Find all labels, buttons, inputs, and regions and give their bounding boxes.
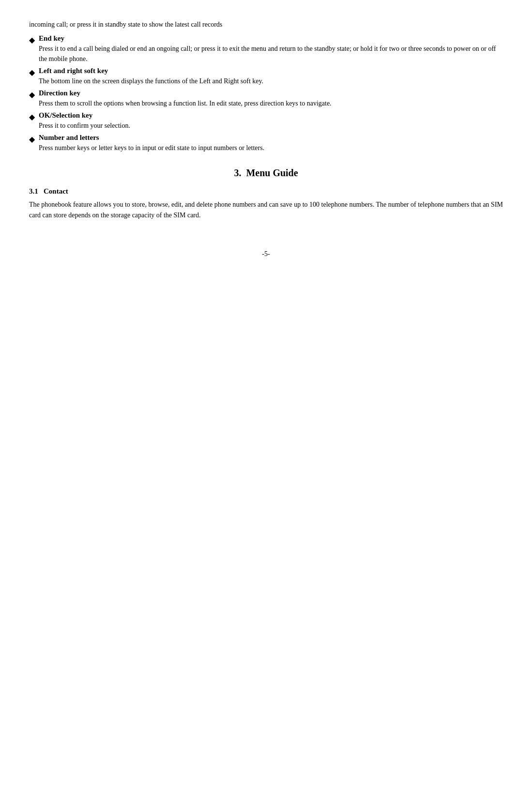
section3-heading: 3. Menu Guide (29, 167, 503, 179)
bullet-left-right-content: Left and right soft key The bottom line … (39, 67, 503, 86)
subsection-31-number: 3.1 (29, 187, 38, 195)
number-letters-description: Press number keys or letter keys to in i… (39, 143, 503, 153)
end-key-title: End key (39, 34, 64, 42)
direction-key-description: Press them to scroll the options when br… (39, 98, 503, 108)
section3-title: Menu Guide (246, 167, 298, 178)
bullet-direction-key-content: Direction key Press them to scroll the o… (39, 89, 503, 108)
bullet-ok-selection-key: ◆ OK/Selection key Press it to confirm y… (29, 111, 503, 131)
direction-key-title: Direction key (39, 89, 80, 97)
page-footer: -5- (29, 250, 503, 258)
bullet-left-right-soft-key: ◆ Left and right soft key The bottom lin… (29, 67, 503, 86)
contact-body-text: The phonebook feature allows you to stor… (29, 199, 503, 221)
left-right-soft-key-description: The bottom line on the screen displays t… (39, 76, 503, 86)
bullet-diamond-icon-5: ◆ (29, 135, 35, 144)
bullet-direction-key: ◆ Direction key Press them to scroll the… (29, 89, 503, 108)
ok-selection-key-description: Press it to confirm your selection. (39, 121, 503, 131)
intro-text: incoming call; or press it in standby st… (29, 19, 503, 30)
number-letters-title: Number and letters (39, 134, 99, 141)
bullet-diamond-icon-4: ◆ (29, 112, 35, 121)
bullet-number-letters: ◆ Number and letters Press number keys o… (29, 134, 503, 153)
bullet-end-key: ◆ End key Press it to end a call being d… (29, 34, 503, 64)
bullet-diamond-icon-2: ◆ (29, 68, 35, 77)
page-number: -5- (262, 250, 270, 258)
bullet-diamond-icon-3: ◆ (29, 90, 35, 99)
bullet-end-key-content: End key Press it to end a call being dia… (39, 34, 503, 64)
subsection-31-heading: 3.1 Contact (29, 187, 503, 196)
end-key-description: Press it to end a call being dialed or e… (39, 44, 503, 64)
section3-number: 3. (234, 167, 241, 178)
bullet-ok-selection-content: OK/Selection key Press it to confirm you… (39, 111, 503, 131)
ok-selection-key-title: OK/Selection key (39, 111, 92, 119)
bullet-number-letters-content: Number and letters Press number keys or … (39, 134, 503, 153)
page-content: incoming call; or press it in standby st… (29, 19, 503, 221)
bullet-diamond-icon: ◆ (29, 35, 35, 45)
left-right-soft-key-title: Left and right soft key (39, 67, 108, 75)
subsection-31-title: Contact (44, 187, 68, 195)
